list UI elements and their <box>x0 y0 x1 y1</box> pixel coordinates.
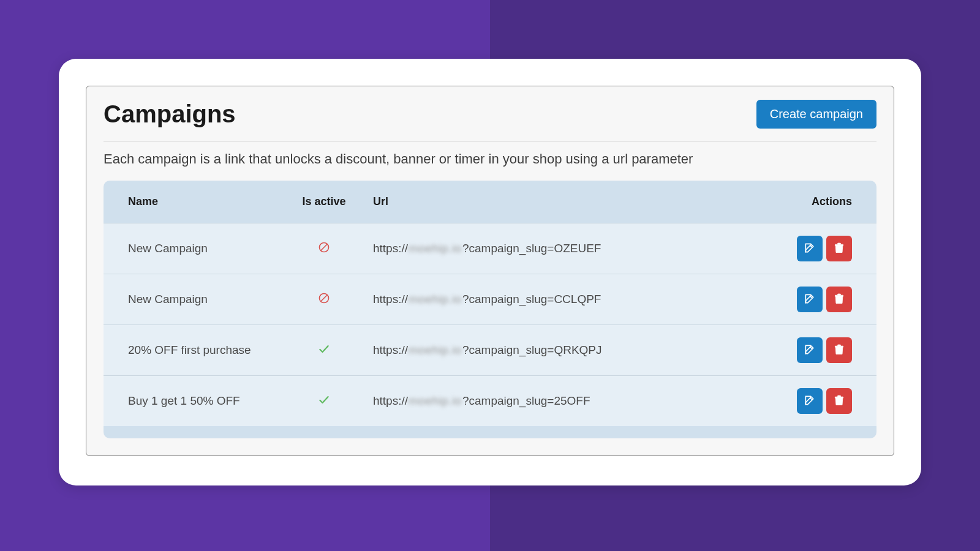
panel-header: Campaigns Create campaign <box>104 100 876 141</box>
cell-is-active <box>287 274 361 325</box>
cell-url: https://moehip.io?campaign_slug=QRKQPJ <box>361 325 778 376</box>
cell-actions <box>778 376 876 427</box>
campaigns-table: Name Is active Url Actions New Campaignh… <box>104 181 876 426</box>
cell-name: New Campaign <box>104 274 287 325</box>
column-header-is-active: Is active <box>287 181 361 223</box>
edit-button[interactable] <box>797 287 823 312</box>
cell-actions <box>778 274 876 325</box>
edit-icon <box>804 343 816 358</box>
trash-icon <box>833 242 845 256</box>
edit-button[interactable] <box>797 236 823 261</box>
delete-button[interactable] <box>826 287 852 312</box>
url-host-blurred: moehip.io <box>409 394 462 408</box>
cell-is-active <box>287 376 361 427</box>
delete-button[interactable] <box>826 337 852 363</box>
cell-name: Buy 1 get 1 50% OFF <box>104 376 287 427</box>
edit-icon <box>804 293 816 307</box>
edit-icon <box>804 394 816 408</box>
trash-icon <box>833 394 845 408</box>
panel-description: Each campaign is a link that unlocks a d… <box>104 151 876 167</box>
url-prefix: https:// <box>373 343 408 356</box>
trash-icon <box>833 293 845 307</box>
url-host-blurred: moehip.io <box>409 242 462 255</box>
cell-name: New Campaign <box>104 223 287 274</box>
cell-actions <box>778 223 876 274</box>
cell-is-active <box>287 325 361 376</box>
column-header-name: Name <box>104 181 287 223</box>
edit-button[interactable] <box>797 388 823 414</box>
table-row: Buy 1 get 1 50% OFFhttps://moehip.io?cam… <box>104 376 876 427</box>
check-icon <box>318 394 330 409</box>
url-query: ?campaign_slug=25OFF <box>462 394 590 407</box>
url-host-blurred: moehip.io <box>409 343 462 357</box>
url-prefix: https:// <box>373 242 408 255</box>
slash-circle-icon <box>318 241 330 257</box>
delete-button[interactable] <box>826 388 852 414</box>
url-host-blurred: moehip.io <box>409 293 462 306</box>
url-prefix: https:// <box>373 293 408 305</box>
create-campaign-button[interactable]: Create campaign <box>756 100 876 129</box>
table-header-row: Name Is active Url Actions <box>104 181 876 223</box>
edit-icon <box>804 242 816 256</box>
cell-url: https://moehip.io?campaign_slug=OZEUEF <box>361 223 778 274</box>
url-query: ?campaign_slug=OZEUEF <box>462 242 601 255</box>
slash-circle-icon <box>318 292 330 307</box>
url-prefix: https:// <box>373 394 408 407</box>
column-header-url: Url <box>361 181 778 223</box>
campaigns-table-container: Name Is active Url Actions New Campaignh… <box>104 181 876 438</box>
cell-url: https://moehip.io?campaign_slug=CCLQPF <box>361 274 778 325</box>
table-row: New Campaignhttps://moehip.io?campaign_s… <box>104 274 876 325</box>
url-query: ?campaign_slug=CCLQPF <box>462 293 601 305</box>
column-header-actions: Actions <box>778 181 876 223</box>
campaigns-panel: Campaigns Create campaign Each campaign … <box>86 86 894 456</box>
cell-name: 20% OFF first purchase <box>104 325 287 376</box>
table-row: 20% OFF first purchasehttps://moehip.io?… <box>104 325 876 376</box>
cell-is-active <box>287 223 361 274</box>
app-card: Campaigns Create campaign Each campaign … <box>59 59 921 485</box>
table-row: New Campaignhttps://moehip.io?campaign_s… <box>104 223 876 274</box>
check-icon <box>318 343 330 358</box>
cell-url: https://moehip.io?campaign_slug=25OFF <box>361 376 778 427</box>
trash-icon <box>833 343 845 358</box>
edit-button[interactable] <box>797 337 823 363</box>
cell-actions <box>778 325 876 376</box>
page-title: Campaigns <box>104 100 236 128</box>
delete-button[interactable] <box>826 236 852 261</box>
url-query: ?campaign_slug=QRKQPJ <box>462 343 602 356</box>
